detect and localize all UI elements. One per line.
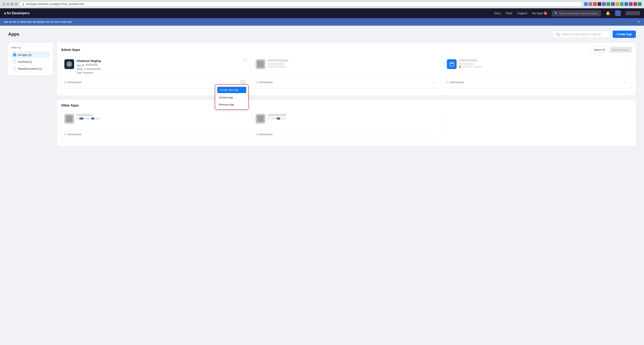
filter-title: Filter by (12, 46, 50, 49)
other-app1-admin: ⊕ Administrator (64, 133, 82, 136)
search-placeholder: Search by App Name or App ID (561, 32, 601, 36)
app3-admin-label: ⊕ Administrator (447, 81, 464, 84)
app-search-bar[interactable]: 🔍 Search by App Name or App ID (553, 31, 610, 38)
app3-status-dot (459, 66, 461, 68)
filter-archived-label: Archived (1) (18, 60, 32, 63)
other-apps-header: Other Apps (61, 104, 632, 107)
radio-all-apps (13, 53, 16, 56)
app2-detail2-redacted (268, 66, 286, 68)
app2-shield-icon: ⊕ (256, 81, 258, 84)
app-card-checkbox-chatwoot[interactable] (244, 58, 247, 62)
nav-tools[interactable]: Tools (506, 12, 512, 15)
nav-my-apps[interactable]: My Apps 1 (532, 12, 547, 15)
app-card-top-chatwoot: Chatwoot Staging App ID: Mode: In develo… (64, 59, 246, 74)
apps-header-right: 🔍 Search by App Name or App ID Create Ap… (553, 30, 636, 38)
ext-7 (616, 2, 619, 6)
ext-5 (606, 2, 610, 6)
other-app2-icon (256, 114, 266, 124)
other-app2-bottom: ⊕ Administrator (256, 130, 437, 136)
back-btn[interactable]: ‹ (2, 3, 5, 6)
app-card-2[interactable]: ⊕ Administrator ··· (252, 56, 440, 88)
other-app1-name (76, 114, 93, 116)
forward-btn[interactable]: › (6, 3, 9, 6)
app3-card-bottom: ⊕ Administrator ··· (447, 77, 628, 85)
refresh-btn[interactable]: ↻ (10, 3, 14, 6)
fb-logo: a for Developers (4, 12, 30, 15)
radio-required (13, 67, 16, 70)
other-app1-icon (64, 114, 74, 124)
chatwoot-app-name: Chatwoot Staging (76, 59, 246, 62)
app3-status (459, 66, 628, 68)
app2-more-btn[interactable]: ··· (431, 80, 437, 85)
other-apps-row: ⊕ Administrator (61, 110, 632, 139)
ext-6 (611, 2, 615, 6)
d5 (95, 118, 100, 120)
browser-controls: ‹ › ↻ ⌂ (2, 3, 18, 6)
app2-detail1-redacted (268, 63, 284, 65)
search-icon: 🔍 (556, 32, 560, 36)
chatwoot-admin-label: ⊕ Administrator (64, 81, 82, 84)
header-search[interactable]: 🔍 Search developer documentation (552, 10, 601, 16)
other-app2-shield: ⊕ (256, 133, 258, 136)
app3-detail1-redacted (459, 63, 473, 65)
admin-apps-header: Admin Apps Select All Start checkup (61, 47, 632, 53)
notification-bell[interactable]: 🔔 (606, 11, 610, 16)
select-all-button[interactable]: Select All (591, 47, 608, 53)
nav-support[interactable]: Support (517, 12, 527, 15)
app-icon-2 (256, 59, 266, 69)
start-checkup-button[interactable]: Start checkup (610, 47, 632, 53)
other-app-card-2[interactable]: ⊕ Administrator (252, 110, 440, 139)
banner-content (4, 21, 72, 23)
filter-required-actions[interactable]: Required actions (1) (12, 65, 50, 72)
apps-header: Apps 🔍 Search by App Name or App ID Crea… (8, 30, 636, 38)
my-apps-badge: 1 (544, 12, 547, 15)
chatwoot-app-info: Chatwoot Staging App ID: Mode: In develo… (76, 59, 246, 74)
other-app1-shield: ⊕ (64, 133, 66, 136)
fb-header: a for Developers Docs Tools Support My A… (0, 8, 644, 18)
chatwoot-menu-wrapper: ··· Create Test App Archive App Remove A… (240, 80, 246, 85)
svg-rect-4 (450, 62, 454, 66)
filter-archived[interactable]: Archived (1) (12, 58, 50, 65)
app-card-top-3 (447, 59, 628, 69)
ext-2 (593, 2, 597, 6)
main-content: Apps 🔍 Search by App Name or App ID Crea… (0, 26, 644, 345)
user-avatar[interactable] (615, 10, 621, 16)
filter-all-apps[interactable]: All Apps (5) (12, 52, 50, 58)
home-btn[interactable]: ⌂ (15, 3, 18, 6)
app3-more-btn[interactable]: ··· (622, 80, 628, 85)
chatwoot-card-bottom: ⊕ Administrator ··· Create Test App Arch… (64, 77, 246, 85)
apps-grid: Admin Apps Select All Start checkup (57, 43, 636, 150)
nav-docs[interactable]: Docs (494, 12, 501, 15)
ext-9 (624, 2, 628, 6)
menu-item-create-test-app[interactable]: Create Test App (217, 87, 246, 93)
app3-status-text (462, 66, 472, 68)
header-search-placeholder: Search developer documentation (559, 12, 598, 15)
app-card-chatwoot[interactable]: Chatwoot Staging App ID: Mode: In develo… (61, 56, 249, 88)
other-app1-bottom: ⊕ Administrator (64, 130, 246, 136)
other-app2-admin: ⊕ Administrator (256, 133, 273, 136)
url-bar[interactable]: 🔒 developers.facebook.com/apps/?show_rem… (19, 2, 582, 6)
admin-apps-title: Admin Apps (61, 48, 80, 52)
other-apps-section: Other Apps (57, 100, 636, 146)
create-app-button[interactable]: Create App (613, 30, 636, 38)
user-name-redacted (626, 11, 640, 15)
other-app-card-1[interactable]: ⊕ Administrator (61, 110, 249, 139)
admin-apps-section: Admin Apps Select All Start checkup (57, 43, 636, 96)
ext-3 (598, 2, 601, 6)
banner-close-btn[interactable]: × (638, 20, 640, 24)
ext-11 (634, 2, 637, 6)
app-info-3 (459, 59, 628, 69)
app-card-3[interactable]: ⊕ Administrator ··· (444, 56, 632, 88)
menu-item-remove-app[interactable]: Remove App (216, 101, 248, 108)
chatwoot-more-btn[interactable]: ··· (240, 80, 246, 85)
other-app2-name (268, 114, 286, 116)
filter-all-apps-label: All Apps (5) (18, 53, 31, 56)
app-info-2 (268, 59, 437, 68)
other-app-top-2 (256, 114, 437, 124)
svg-rect-6 (452, 63, 453, 64)
menu-item-archive-app[interactable]: Archive App (216, 94, 248, 101)
ext-8 (620, 2, 624, 6)
app2-name-redacted (268, 59, 288, 62)
browser-extensions (584, 2, 642, 6)
filter-required-label: Required actions (1) (18, 67, 42, 70)
